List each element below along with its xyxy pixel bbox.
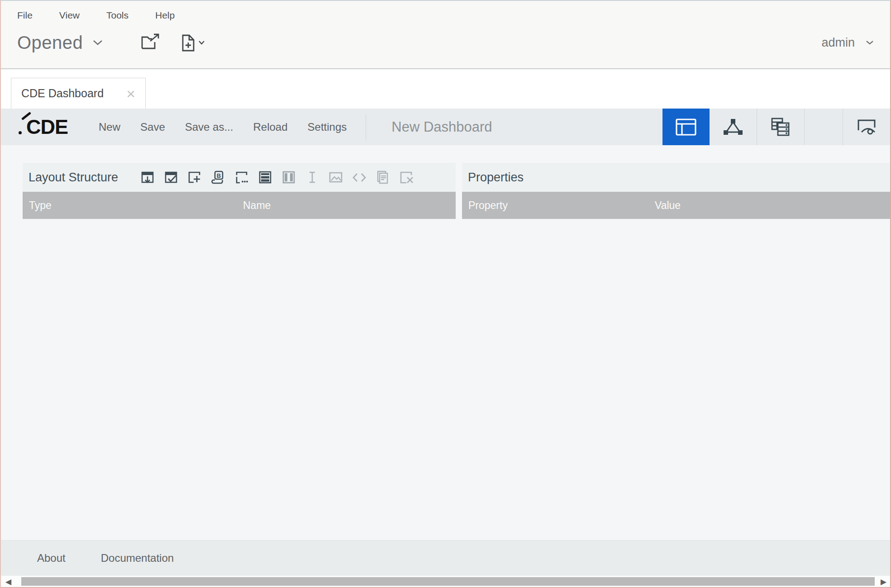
settings-button[interactable]: Settings: [308, 121, 347, 133]
menu-file[interactable]: File: [17, 10, 33, 21]
scrollbar-thumb[interactable]: [21, 577, 875, 586]
reload-button[interactable]: Reload: [253, 121, 287, 133]
layout-structure-panel: Layout Structure: [23, 163, 456, 219]
properties-table-header: Property Value: [462, 192, 890, 219]
components-panel-button[interactable]: [710, 109, 757, 145]
cde-logo: CDE: [26, 117, 68, 137]
new-button[interactable]: New: [99, 121, 120, 133]
cde-toolbar: CDE New Save Save as... Reload Settings …: [1, 109, 890, 145]
apply-template-icon[interactable]: [162, 169, 180, 186]
add-resource-icon[interactable]: [186, 169, 203, 186]
properties-panel-title: Properties: [468, 171, 524, 185]
layout-panel-title: Layout Structure: [29, 171, 118, 185]
column-value: Value: [655, 199, 681, 212]
tab-label: CDE Dashboard: [21, 87, 104, 100]
panel-switcher: [662, 109, 890, 145]
menu-help[interactable]: Help: [155, 10, 175, 21]
save-as-template-icon[interactable]: [139, 169, 156, 186]
opened-dropdown[interactable]: Opened: [17, 33, 103, 53]
add-image-icon: [327, 169, 344, 186]
documentation-link[interactable]: Documentation: [101, 552, 174, 564]
preview-button[interactable]: [843, 109, 890, 145]
scroll-right-arrow-icon[interactable]: ▶: [881, 578, 886, 585]
cde-editor-window: File View Tools Help Opened: [0, 0, 891, 588]
toolbar-separator: [366, 114, 366, 140]
user-label: admin: [821, 36, 855, 50]
components-icon: [723, 119, 743, 136]
footer: About Documentation: [1, 540, 890, 575]
layout-panel-header: Layout Structure: [23, 163, 456, 192]
delete-icon: [398, 169, 415, 186]
properties-panel-header: Properties: [462, 163, 890, 192]
chevron-down-icon: [199, 41, 205, 45]
add-freeform-icon[interactable]: [233, 169, 250, 186]
dashboard-title: New Dashboard: [391, 119, 492, 135]
add-html-icon: [351, 169, 368, 186]
scroll-left-arrow-icon[interactable]: ◀: [5, 578, 11, 585]
user-menu[interactable]: admin: [821, 36, 874, 50]
cde-menu: New Save Save as... Reload Settings: [99, 121, 347, 133]
column-name: Name: [243, 199, 271, 212]
tab-bar: CDE Dashboard ×: [1, 69, 890, 109]
tab-cde-dashboard[interactable]: CDE Dashboard ×: [11, 78, 146, 109]
save-button[interactable]: Save: [140, 121, 165, 133]
datasources-icon: [771, 118, 791, 137]
layout-icon: [675, 118, 697, 136]
layout-panel-button[interactable]: [662, 109, 710, 145]
open-file-icon[interactable]: [140, 33, 161, 53]
main-menubar: File View Tools Help: [1, 1, 890, 21]
tab-close-icon[interactable]: ×: [126, 86, 135, 101]
new-file-icon[interactable]: [181, 33, 205, 52]
file-buttons: [140, 33, 205, 53]
properties-panel: Properties Property Value: [462, 163, 890, 219]
add-space-icon: [304, 169, 321, 186]
add-column-icon: [280, 169, 297, 186]
column-type: Type: [29, 199, 52, 212]
add-bootstrap-panel-icon[interactable]: B: [210, 169, 227, 186]
editor-main: Layout Structure: [1, 145, 890, 540]
menu-tools[interactable]: Tools: [106, 10, 129, 21]
layout-toolbar: B: [139, 169, 415, 186]
duplicate-icon: [374, 169, 391, 186]
about-link[interactable]: About: [37, 552, 66, 564]
save-as-button[interactable]: Save as...: [185, 121, 233, 133]
layout-table-header: Type Name: [23, 192, 456, 219]
horizontal-scrollbar[interactable]: ◀ ▶: [1, 575, 890, 587]
chevron-down-icon: [93, 40, 103, 46]
opened-label: Opened: [17, 33, 83, 53]
puc-header: File View Tools Help Opened: [1, 1, 890, 69]
chevron-down-icon: [866, 40, 874, 45]
column-property: Property: [468, 199, 508, 212]
datasources-panel-button[interactable]: [757, 109, 804, 145]
puc-toolbar-row: Opened: [17, 33, 874, 53]
add-row-icon[interactable]: [257, 169, 274, 186]
preview-eye-icon: [856, 118, 877, 137]
svg-text:B: B: [217, 172, 221, 179]
menu-view[interactable]: View: [59, 10, 80, 21]
